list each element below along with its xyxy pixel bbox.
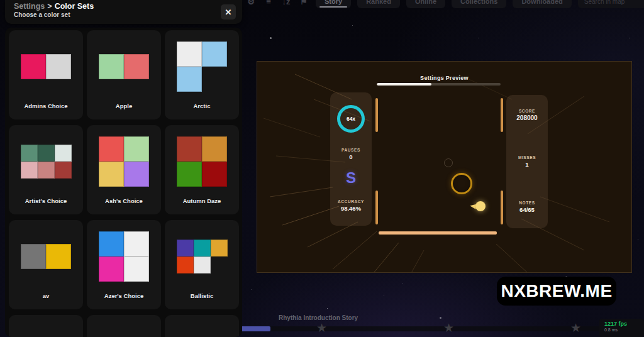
combo-ring: 64x	[337, 105, 365, 133]
combo-value: 64x	[347, 116, 355, 122]
rank-grade: S	[330, 169, 372, 187]
settings-preview-panel: Settings Preview 64x PAUSES 0 S ACCURACY…	[257, 61, 632, 273]
color-sets-modal: Admins ChoiceAppleArcticArtist's ChoiceA…	[5, 28, 242, 337]
right-stats-panel: SCORE 208000 MISSES 1 NOTES 64/65	[506, 95, 548, 228]
score-label: SCORE	[506, 109, 548, 113]
playfield-edge-bar	[501, 98, 503, 132]
preview-title: Settings Preview	[257, 75, 631, 81]
top-bar: ⚙ ≡ ↓z ⚑ StoryRankedOnlineCollectionsDow…	[245, 0, 644, 9]
tab-online[interactable]: Online	[406, 0, 445, 8]
color-set-card[interactable]	[9, 315, 83, 337]
color-swatch	[46, 244, 71, 269]
color-set-name: Ballistic	[165, 292, 239, 299]
watermark-badge: NXBREW.ME	[497, 277, 616, 306]
color-set-card[interactable]: Apple	[87, 30, 161, 119]
playfield-bottom-bar	[379, 231, 497, 235]
color-swatch	[21, 145, 38, 162]
misses-label: MISSES	[506, 155, 548, 160]
song-progress-fill	[242, 326, 270, 331]
color-set-card[interactable]: Ballistic	[165, 220, 239, 309]
fps-counter: 1217 fps 0.8 ms	[599, 319, 644, 337]
speed-lines	[257, 62, 632, 273]
color-swatch	[177, 41, 202, 67]
color-swatch	[38, 162, 55, 179]
color-swatch-grid	[177, 136, 227, 187]
tab-story[interactable]: Story	[316, 0, 351, 8]
color-swatch	[177, 240, 194, 257]
color-set-card[interactable]: Arctic	[165, 30, 239, 119]
color-swatch	[177, 136, 202, 162]
color-swatch	[99, 162, 124, 187]
score-value: 208000	[506, 114, 548, 121]
bookmark-icon[interactable]: ⚑	[298, 0, 309, 6]
breadcrumb-separator: >	[45, 2, 54, 11]
color-set-name: Admins Choice	[9, 102, 83, 109]
pauses-value: 0	[330, 153, 372, 160]
star-icon: ★	[316, 321, 327, 335]
tab-ranked[interactable]: Ranked	[357, 0, 400, 8]
color-set-name: Apple	[87, 102, 161, 109]
fps-value: 1217 fps	[604, 321, 639, 327]
color-swatch	[124, 231, 149, 257]
color-swatch	[99, 54, 124, 79]
color-swatch-grid	[21, 54, 71, 79]
background-stars	[0, 0, 1, 1]
color-swatch	[38, 145, 55, 162]
frametime-value: 0.8 ms	[604, 328, 639, 332]
color-swatch-grid	[177, 41, 227, 92]
color-swatch	[211, 240, 228, 257]
breadcrumb: Settings>Color Sets	[14, 2, 233, 11]
color-swatch	[124, 136, 149, 162]
color-swatch	[21, 162, 38, 179]
misses-value: 1	[506, 161, 548, 168]
tab-downloaded[interactable]: Downloaded	[513, 0, 571, 8]
color-swatch	[55, 162, 72, 179]
playfield-edge-bar	[375, 98, 378, 132]
tab-collections[interactable]: Collections	[452, 0, 506, 8]
list-icon[interactable]: ≡	[263, 0, 274, 6]
color-set-card[interactable]: Artist's Choice	[9, 125, 83, 214]
modal-header: Settings>Color Sets Choose a color set ✕	[5, 0, 242, 24]
search-input[interactable]	[578, 0, 644, 8]
preview-progress-fill	[377, 83, 431, 86]
watermark-text: NXBREW.ME	[501, 281, 612, 301]
playfield-edge-bar	[375, 191, 378, 224]
color-set-card[interactable]: Azer's Choice	[87, 220, 161, 309]
color-set-name: Arctic	[165, 102, 239, 109]
color-swatch	[177, 162, 202, 187]
color-swatch	[55, 145, 72, 162]
close-icon: ✕	[225, 8, 232, 17]
accuracy-value: 98.46%	[330, 205, 372, 212]
color-swatch	[194, 257, 211, 273]
breadcrumb-settings[interactable]: Settings	[14, 2, 45, 11]
color-set-card[interactable]: Admins Choice	[9, 30, 83, 119]
color-set-card[interactable]	[165, 315, 239, 337]
left-stats-panel: 64x PAUSES 0 S ACCURACY 98.46%	[330, 92, 372, 226]
notes-label: NOTES	[506, 201, 548, 205]
color-swatch	[124, 54, 149, 79]
notes-value: 64/65	[506, 206, 548, 213]
color-set-card[interactable]: av	[9, 220, 83, 309]
note-outline-faint	[444, 158, 453, 167]
color-swatch	[21, 54, 46, 79]
color-set-card[interactable]	[87, 315, 161, 337]
color-swatch	[202, 41, 227, 67]
color-swatch-grid	[177, 240, 228, 273]
modal-subtitle: Choose a color set	[14, 11, 233, 18]
accuracy-label: ACCURACY	[330, 199, 372, 204]
close-button[interactable]: ✕	[221, 4, 236, 19]
color-set-card[interactable]: Ash's Choice	[87, 125, 161, 214]
color-swatch-grid	[21, 145, 72, 179]
cursor-comet	[475, 201, 486, 211]
color-set-grid: Admins ChoiceAppleArcticArtist's ChoiceA…	[9, 30, 239, 337]
color-swatch	[21, 244, 46, 269]
color-swatch	[99, 257, 124, 282]
sort-icon[interactable]: ↓z	[280, 0, 292, 6]
note-ring	[451, 173, 472, 194]
playfield-edge-bar	[501, 191, 503, 224]
color-swatch	[99, 231, 124, 257]
star-icon: ★	[443, 321, 454, 335]
color-set-card[interactable]: Autumn Daze	[165, 125, 239, 214]
color-swatch	[177, 257, 194, 273]
gear-icon[interactable]: ⚙	[245, 0, 257, 6]
